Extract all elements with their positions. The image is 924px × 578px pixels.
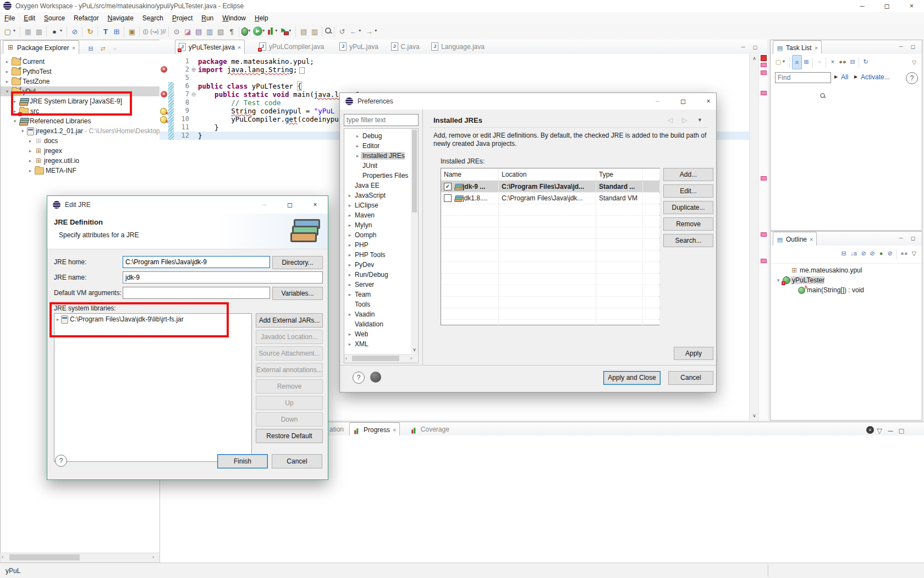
overview-task-mark[interactable] [761,70,767,75]
scroll-down-icon[interactable]: ∨ [750,413,759,418]
uncomment-icon[interactable]: (↝) [149,24,160,40]
jre-row-jdk1-8-[interactable]: jdk1.8....C:\Program Files\Java\jdk...St… [441,193,659,204]
save-icon[interactable]: ▦ [23,24,34,40]
menu-help[interactable]: Help [250,12,273,24]
jre-row-jdk-9-[interactable]: ✓jdk-9 ...C:\Program Files\Java\jd...Sta… [441,181,659,193]
edit--button[interactable]: Edit... [663,184,713,198]
menu-source[interactable]: Source [40,12,69,24]
expand-icon[interactable]: ▶ [834,74,838,79]
minimize-icon[interactable]: ─ [896,42,906,51]
pref-tree-tools[interactable]: Tools [344,299,409,309]
window-minimize-button[interactable]: ─ [647,95,669,107]
checkbox-checked-icon[interactable]: ✓ [444,183,452,190]
scroll-left-icon[interactable]: ‹ [2,554,3,560]
back-icon[interactable]: ←▾ [348,24,364,40]
collapse-all-icon[interactable]: ⊟ [848,55,857,68]
preferences-filter-input[interactable] [344,114,419,126]
tree-item-jregex[interactable]: ▸⊞jregex [1,146,160,156]
directory-button[interactable]: Directory... [272,256,323,269]
sort-icon[interactable]: ↓a [848,247,859,260]
overview-task-mark[interactable] [761,63,767,67]
menu-navigate[interactable]: Navigate [103,12,138,24]
cancel-operation-icon[interactable]: × [866,423,874,434]
jar-export-icon[interactable]: ▤ [298,24,309,40]
close-icon[interactable]: × [810,236,813,243]
externalize-strings-icon[interactable]: ⊙ [171,24,182,40]
tree-item-jregex1-2-01-jar[interactable]: ▾jregex1.2_01.jar - C:\Users\Home\Deskto… [1,126,160,136]
pref-tree-debug[interactable]: ▸Debug [344,131,409,141]
tab-task-list[interactable]: ▤ Task List × [773,40,822,54]
window-close-button[interactable]: × [697,95,719,107]
jre-name-input[interactable] [123,271,323,283]
minimize-icon[interactable]: ─ [896,234,906,243]
pref-tree-vaadin[interactable]: ▸Vaadin [344,309,409,319]
window-close-button[interactable]: × [899,0,924,12]
pref-tree-team[interactable]: ▸Team [344,290,409,299]
public-only-icon[interactable]: ● [877,247,886,260]
menu-project[interactable]: Project [168,12,197,24]
tab-progress[interactable]: Progress× [349,422,400,437]
vm-args-input[interactable] [123,287,270,299]
editor-vscrollbar[interactable]: ∧ ∨ [749,54,759,420]
scroll-right-icon[interactable]: › [152,554,154,560]
tree-item-docs[interactable]: ▸⊞docs [1,136,160,146]
overview-error-mark[interactable] [761,55,767,61]
pref-tree-php[interactable]: ▸PHP [344,240,409,250]
run-icon[interactable]: ▶▾ [253,24,267,37]
maximize-icon[interactable]: ◻ [908,42,918,51]
pref-tree-server[interactable]: ▸Server [344,280,409,290]
menu-search[interactable]: Search [138,12,168,24]
pydev-marker-icon[interactable]: T [100,24,111,40]
collapse-all-icon[interactable]: ⊟ [85,42,96,55]
maximize-icon[interactable]: ◻ [750,43,760,52]
pref-tree-properties-files-edito[interactable]: Properties Files Edito [344,171,409,181]
view-menu-icon[interactable]: ▼ [697,117,702,123]
categorized-icon[interactable]: ≡ [792,55,802,69]
forward-icon[interactable]: ▷ [682,116,687,124]
menu-edit[interactable]: Edit [19,12,40,24]
collapsed-region-icon[interactable] [299,67,305,74]
outline-item-me-mateusakino-ypul[interactable]: ⊞me.mateusakino.ypul [771,265,922,275]
pref-tree-pydev[interactable]: ▸PyDev [344,260,409,270]
window-maximize-button[interactable]: ◻ [279,199,301,211]
help-icon[interactable]: ? [55,455,67,467]
editor-tab-ypul.java[interactable]: JyPuL.java [336,40,382,53]
forward-icon[interactable]: →▾ [364,24,380,40]
last-edit-icon[interactable]: ↺ [337,24,348,40]
scroll-down-icon[interactable]: ∨ [411,347,418,352]
remove-button[interactable]: Remove [663,217,713,231]
menu-run[interactable]: Run [197,12,218,24]
pref-tree-xml[interactable]: ▸XML [344,339,409,349]
code-line-6[interactable]: 6public class yPuLTester { [160,82,749,90]
hide-completed-icon[interactable]: × [828,55,837,68]
preferences-tree-hscrollbar[interactable]: ‹ › [344,354,417,363]
scroll-up-icon[interactable]: ∧ [750,56,759,61]
new-task-icon[interactable]: ▢▾ [774,55,788,68]
task-find-input[interactable] [775,72,831,83]
skip-breakpoints-icon[interactable]: ⊘ [69,24,80,40]
installed-jres-table[interactable]: NameLocationType✓jdk-9 ...C:\Program Fil… [441,168,660,325]
preferences-tree-vscrollbar[interactable]: ∨ [411,129,418,353]
overview-task-mark[interactable] [761,232,767,237]
pydev-grid-icon[interactable]: ⊞ [111,24,122,40]
new-wizard-icon[interactable]: ▢▾ [2,24,18,40]
format-icon[interactable]: ◪ [182,24,193,40]
jre-home-input[interactable] [123,256,270,268]
tree-item-current[interactable]: ▸JCurrent [1,57,160,67]
task-activate-link[interactable]: Activate... [861,73,890,81]
open-folder-icon[interactable]: ▣ [127,24,138,40]
pref-tree-validation[interactable]: Validation [344,319,409,329]
ant-icon[interactable]: ▥ [309,24,320,40]
tab-package-explorer[interactable]: ⊞ Package Explorer × [3,40,79,54]
menu-window[interactable]: Window [218,12,250,24]
checkbox-icon[interactable] [444,194,452,202]
pref-tree-liclipse[interactable]: ▸LiClipse [344,200,409,210]
group-icon[interactable]: ●● [837,55,848,68]
javadoc-icon[interactable]: ▧ [215,24,226,40]
pref-tree-junit[interactable]: JUnit [344,161,409,171]
close-icon[interactable]: × [815,45,818,51]
back-icon[interactable]: ◁ [668,116,673,124]
tree-item-pythotest[interactable]: ▸PPythoTest [1,67,160,77]
outline-item-main-string-void[interactable]: Smain(String[]) : void [771,285,922,295]
apply-button[interactable]: Apply [674,347,713,360]
